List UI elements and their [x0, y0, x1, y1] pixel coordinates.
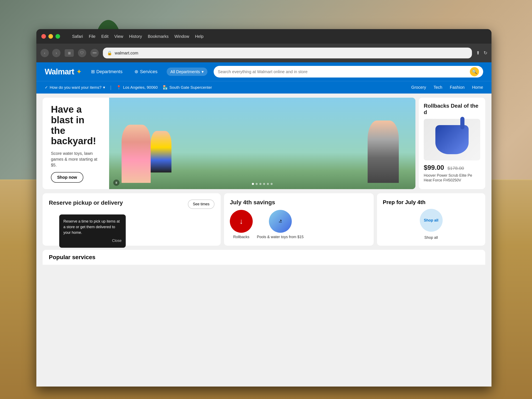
carousel-pause-button[interactable]: ⏸ — [113, 180, 120, 186]
search-bar[interactable]: 🔍 — [214, 66, 483, 77]
store-icon: 🏪 — [163, 85, 168, 90]
help-menu[interactable]: Help — [195, 34, 203, 39]
more-options-button[interactable]: ••• — [90, 49, 99, 57]
see-times-button[interactable]: See times — [188, 200, 215, 209]
rollbacks-arrow-icon: ↓ — [239, 217, 243, 226]
services-nav[interactable]: ⊛ Services — [132, 67, 160, 76]
grocery-link[interactable]: Grocery — [411, 85, 426, 90]
july4-pools-item[interactable]: 🏖 Pools & water toys from $15 — [257, 210, 304, 239]
store-location[interactable]: 🏪 South Gate Supercenter — [163, 85, 212, 90]
hero-image: ⏸ — [109, 98, 415, 189]
browser-toolbar-icons: ⬆ ↻ — [476, 50, 487, 56]
location-bar: ✓ How do you want your items? ▾ | 📍 Los … — [36, 81, 492, 94]
refresh-icon[interactable]: ↻ — [484, 50, 487, 56]
url-display: walmart.com — [115, 51, 138, 56]
july4-rollbacks-item[interactable]: ↓ Rollbacks — [230, 210, 253, 239]
safari-menu[interactable]: Safari — [72, 34, 83, 39]
pickup-card: Reserve pickup or delivery See times Res… — [43, 193, 221, 246]
product-image-area — [424, 119, 480, 160]
rollbacks-circle-icon: ↓ — [230, 210, 253, 233]
hero-section: Have a blast in the backyard! Score wate… — [36, 94, 492, 193]
carousel-dot-3[interactable] — [259, 183, 261, 185]
fashion-link[interactable]: Fashion — [450, 85, 464, 90]
product-name: Hoover Power Scrub Elite Pe Heat Force F… — [424, 173, 480, 183]
popular-services-title: Popular services — [49, 254, 95, 261]
window-menu[interactable]: Window — [174, 34, 189, 39]
scene-child-figure — [151, 131, 171, 172]
chevron-down-icon: ▾ — [103, 85, 105, 90]
bookmarks-menu[interactable]: Bookmarks — [148, 34, 169, 39]
tech-link[interactable]: Tech — [433, 85, 442, 90]
file-menu[interactable]: File — [89, 34, 95, 39]
lock-icon: 🔒 — [107, 51, 112, 56]
scene-figure-1 — [121, 125, 151, 183]
rollbacks-deal-panel: Rollbacks Deal of the d $99.00 $178.00 H… — [419, 98, 485, 189]
shop-all-item[interactable]: Shop all Shop all — [383, 209, 479, 240]
history-menu[interactable]: History — [129, 34, 142, 39]
carousel-dots — [252, 183, 273, 185]
walmart-logo[interactable]: Walmart ✦ — [45, 67, 82, 76]
carousel-dot-2[interactable] — [256, 183, 258, 185]
tab-switcher[interactable]: ⊞ — [65, 49, 74, 57]
home-link[interactable]: Home — [472, 85, 483, 90]
tooltip-text: Reserve a time to pick up items at a sto… — [63, 219, 120, 235]
scene-figure-2 — [368, 120, 399, 183]
nav-buttons: ‹ › — [40, 49, 60, 57]
walmart-spark-icon: ✦ — [76, 68, 82, 76]
prep-title: Prep for July 4th — [383, 199, 479, 206]
search-button[interactable]: 🔍 — [470, 67, 479, 76]
hero-main-banner: Have a blast in the backyard! Score wate… — [43, 98, 415, 189]
forward-button[interactable]: › — [52, 49, 60, 57]
share-icon[interactable]: ⬆ — [476, 50, 480, 56]
view-menu[interactable]: View — [114, 34, 123, 39]
hero-title: Have a blast in the backyard! — [51, 104, 101, 146]
minimize-window-button[interactable] — [48, 34, 53, 39]
delivery-icon: ✓ — [45, 85, 48, 90]
departments-label: Departments — [96, 69, 123, 74]
carousel-dot-5[interactable] — [267, 183, 269, 185]
shield-icon[interactable]: 🛡 — [78, 49, 86, 57]
services-icon: ⊛ — [134, 69, 138, 74]
walmart-header: Walmart ✦ ⊞ Departments ⊛ Services All D… — [36, 62, 492, 81]
walmart-logo-text: Walmart — [45, 67, 74, 76]
product-price-row: $99.00 $178.00 — [424, 164, 480, 171]
departments-nav[interactable]: ⊞ Departments — [88, 67, 126, 76]
store-text: South Gate Supercenter — [169, 85, 212, 90]
delivery-question-text: How do you want your items? — [50, 85, 101, 90]
back-button[interactable]: ‹ — [40, 49, 49, 57]
vacuum-handle — [460, 117, 464, 129]
tooltip-popup: Reserve a time to pick up items at a sto… — [59, 215, 126, 248]
address-bar[interactable]: 🔒 walmart.com — [103, 48, 472, 58]
location-links: Grocery Tech Fashion Home — [411, 85, 483, 90]
outdoor-scene-image — [109, 98, 415, 189]
rollbacks-section-title: Rollbacks Deal of the d — [424, 103, 480, 115]
close-window-button[interactable] — [41, 34, 46, 39]
tooltip-close-button[interactable]: Close — [63, 238, 121, 244]
shop-all-label: Shop all — [424, 235, 438, 240]
lower-sections: Reserve pickup or delivery See times Res… — [36, 193, 492, 250]
mac-window-controls — [41, 34, 60, 39]
services-label: Services — [140, 69, 157, 74]
edit-menu[interactable]: Edit — [101, 34, 108, 39]
search-input[interactable] — [218, 70, 467, 74]
carousel-dot-6[interactable] — [271, 183, 273, 185]
hero-text-area: Have a blast in the backyard! Score wate… — [43, 98, 109, 189]
city-location[interactable]: 📍 Los Angeles, 90060 — [116, 85, 158, 90]
walmart-page: Walmart ✦ ⊞ Departments ⊛ Services All D… — [36, 62, 492, 386]
vacuum-product-image — [435, 125, 469, 154]
city-text: Los Angeles, 90060 — [123, 85, 158, 90]
product-original-price: $178.00 — [447, 166, 464, 171]
july4-title: July 4th savings — [230, 199, 368, 206]
shop-all-text: Shop all — [424, 218, 438, 222]
all-departments-dropdown[interactable]: All Departments ▾ — [167, 68, 207, 76]
shop-now-button[interactable]: Shop now — [51, 172, 83, 183]
mac-menu-bar: Safari File Edit View History Bookmarks … — [66, 34, 204, 39]
carousel-dot-4[interactable] — [263, 183, 265, 185]
product-sale-price: $99.00 — [424, 164, 444, 171]
carousel-dot-1[interactable] — [252, 183, 254, 185]
mac-titlebar: Safari File Edit View History Bookmarks … — [36, 29, 492, 44]
pools-label: Pools & water toys from $15 — [257, 235, 304, 239]
shop-all-circle[interactable]: Shop all — [420, 209, 443, 232]
maximize-window-button[interactable] — [56, 34, 60, 39]
delivery-option[interactable]: ✓ How do you want your items? ▾ — [45, 85, 105, 90]
